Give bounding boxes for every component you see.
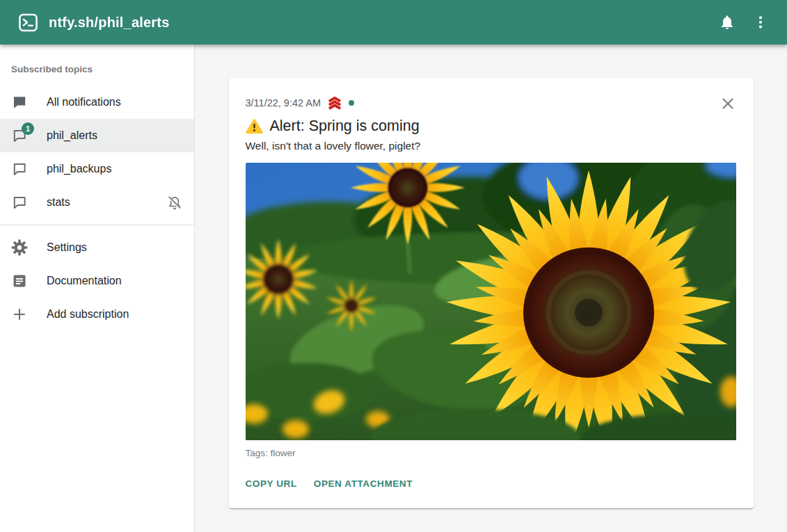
close-notification-button[interactable] [719, 95, 737, 113]
priority-high-icon [327, 96, 342, 110]
app-bar: ntfy.sh/phil_alerts [0, 0, 787, 45]
sidebar-item-label: phil_backups [47, 163, 111, 175]
chat-bubble-outline-icon: 1 [11, 127, 28, 144]
card-actions: COPY URL OPEN ATTACHMENT [246, 474, 737, 499]
gear-icon [11, 239, 28, 256]
unread-dot-icon [349, 100, 354, 106]
subscribed-topics-subheader: Subscribed topics [0, 49, 194, 86]
plus-icon [11, 306, 28, 323]
bell-icon [719, 14, 736, 31]
sidebar-item-phil-alerts[interactable]: 1 phil_alerts [0, 119, 194, 152]
notification-body: Well, isn't that a lovely flower, piglet… [246, 140, 737, 152]
chat-bubble-filled-icon [11, 94, 28, 111]
warning-triangle-icon [246, 118, 263, 134]
sidebar-item-stats[interactable]: stats [0, 186, 194, 219]
notification-tags: Tags: flower [246, 448, 737, 458]
notification-card: 3/11/22, 9:42 AM [229, 78, 754, 508]
overflow-menu-button[interactable] [747, 8, 774, 36]
chat-bubble-outline-icon [11, 161, 28, 177]
terminal-prompt-icon [18, 13, 38, 33]
sidebar-item-documentation[interactable]: Documentation [0, 264, 194, 298]
sidebar-item-label: phil_alerts [47, 129, 97, 142]
unread-count-badge: 1 [22, 122, 34, 135]
sidebar-item-label: All notifications [47, 96, 121, 108]
sidebar-item-all-notifications[interactable]: All notifications [0, 86, 194, 119]
kebab-menu-icon [752, 14, 769, 31]
page-title: ntfy.sh/phil_alerts [49, 15, 169, 31]
sidebar-item-label: Documentation [47, 275, 122, 287]
main-content: 3/11/22, 9:42 AM [195, 45, 787, 532]
sidebar-item-label: stats [47, 196, 70, 209]
open-attachment-button[interactable]: OPEN ATTACHMENT [314, 474, 413, 493]
close-x-icon [719, 95, 737, 113]
bell-off-icon [166, 194, 183, 211]
sidebar-divider [0, 225, 194, 225]
sidebar-item-label: Settings [47, 241, 87, 254]
notification-title: Alert: Spring is coming [270, 118, 420, 135]
chat-bubble-outline-icon [11, 194, 28, 211]
sidebar-item-add-subscription[interactable]: Add subscription [0, 298, 194, 331]
article-icon [11, 273, 28, 289]
notification-title-row: Alert: Spring is coming [246, 118, 737, 135]
sidebar-item-phil-backups[interactable]: phil_backups [0, 152, 194, 186]
notification-timestamp: 3/11/22, 9:42 AM [246, 97, 321, 108]
notification-meta-row: 3/11/22, 9:42 AM [246, 96, 737, 110]
sidebar-item-label: Add subscription [47, 308, 129, 321]
notifications-bell-button[interactable] [713, 8, 741, 36]
sidebar: Subscribed topics All notifications 1 ph… [0, 45, 195, 532]
copy-url-button[interactable]: COPY URL [246, 474, 297, 493]
sidebar-item-settings[interactable]: Settings [0, 231, 194, 264]
attachment-image-sunflowers[interactable] [246, 163, 736, 440]
